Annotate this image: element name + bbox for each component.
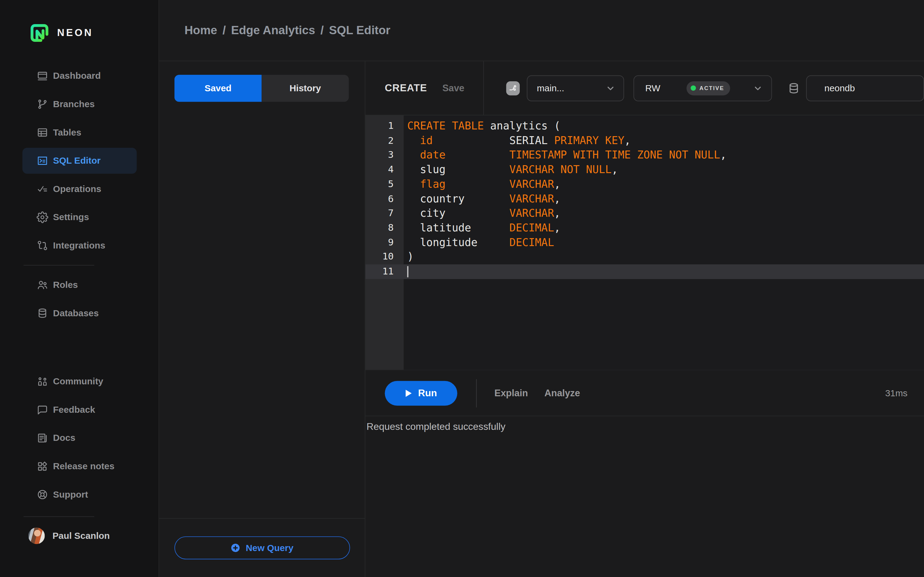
- topbar: Home/Edge Analytics/SQL Editor: [159, 0, 924, 61]
- sidebar-item-integrations[interactable]: Integrations: [22, 233, 137, 259]
- analyze-button[interactable]: Analyze: [544, 388, 580, 398]
- database-select-value: neondb: [824, 83, 855, 93]
- line-number: 8: [365, 221, 404, 235]
- chevron-down-icon: [753, 83, 763, 93]
- neon-logo-icon: [28, 22, 51, 44]
- code-line: 5 flag VARCHAR,: [365, 177, 924, 192]
- code-line: 1CREATE TABLE analytics (: [365, 119, 924, 134]
- code-line: 9 longitude DECIMAL: [365, 235, 924, 250]
- breadcrumb-separator: /: [320, 24, 324, 37]
- sql-code-editor[interactable]: 1CREATE TABLE analytics (2 id SERIAL PRI…: [365, 115, 924, 370]
- line-number: 4: [365, 163, 404, 177]
- sidebar-item-label: Integrations: [53, 240, 105, 251]
- new-query-button[interactable]: New Query: [174, 537, 350, 559]
- sidebar-item-label: Branches: [53, 99, 95, 110]
- code-line: 3 date TIMESTAMP WITH TIME ZONE NOT NULL…: [365, 148, 924, 163]
- tables-icon: [37, 127, 48, 139]
- query-tabs-row: Saved History: [159, 61, 365, 115]
- branch-select[interactable]: main...: [527, 75, 624, 101]
- sidebar-item-sql-editor[interactable]: SQL Editor: [22, 148, 137, 174]
- line-number: 6: [365, 192, 404, 206]
- saved-query-list: [159, 115, 365, 518]
- sidebar-item-label: Roles: [53, 280, 78, 290]
- branch-icon: [506, 81, 520, 95]
- toolbar-divider: [476, 379, 477, 407]
- code-line-text: ): [404, 250, 414, 265]
- code-line: 4 slug VARCHAR NOT NULL,: [365, 163, 924, 177]
- save-button[interactable]: Save: [443, 83, 464, 93]
- chevron-down-icon: [605, 83, 616, 93]
- code-rows: 1CREATE TABLE analytics (2 id SERIAL PRI…: [365, 115, 924, 279]
- sidebar: NEON DashboardBranchesTablesSQL EditorOp…: [0, 0, 159, 577]
- neon-logo[interactable]: NEON: [28, 22, 93, 44]
- line-number: 1: [365, 119, 404, 134]
- compute-select[interactable]: RW ACTIVE: [633, 75, 772, 101]
- code-line: 6 country VARCHAR,: [365, 192, 924, 206]
- sidebar-item-databases[interactable]: Databases: [22, 300, 137, 326]
- sidebar-item-branches[interactable]: Branches: [22, 91, 137, 117]
- explain-button[interactable]: Explain: [494, 388, 528, 398]
- code-line: 10): [365, 250, 924, 265]
- plus-icon: [230, 543, 241, 553]
- sidebar-item-label: Operations: [53, 184, 102, 195]
- text-cursor: [407, 266, 408, 277]
- sidebar-item-dashboard[interactable]: Dashboard: [22, 63, 137, 89]
- sidebar-item-release-notes[interactable]: Release notes: [22, 453, 137, 479]
- run-label: Run: [418, 387, 437, 399]
- compute-status-badge: ACTIVE: [687, 81, 730, 95]
- sidebar-item-operations[interactable]: Operations: [22, 176, 137, 202]
- database-select[interactable]: neondb: [806, 75, 924, 101]
- databases-icon: [37, 308, 48, 319]
- sidebar-nav-resources: CommunityFeedbackDocsRelease notesSuppor…: [22, 369, 137, 510]
- line-number: 2: [365, 134, 404, 148]
- line-number: 7: [365, 206, 404, 221]
- query-title: CREATE: [385, 82, 427, 94]
- sidebar-divider: [24, 516, 94, 517]
- sidebar-divider: [24, 265, 94, 266]
- query-panel-footer: New Query: [159, 518, 365, 577]
- breadcrumb-item-home[interactable]: Home: [184, 24, 217, 37]
- avatar: [28, 527, 45, 544]
- feedback-icon: [37, 404, 48, 416]
- code-line-text: flag VARCHAR,: [404, 177, 561, 192]
- sidebar-item-label: Community: [53, 376, 103, 387]
- code-line-text: CREATE TABLE analytics (: [404, 119, 561, 134]
- sidebar-item-community[interactable]: Community: [22, 369, 137, 395]
- breadcrumb-separator: /: [223, 24, 226, 37]
- line-number: 10: [365, 250, 404, 265]
- code-line: 8 latitude DECIMAL,: [365, 221, 924, 235]
- settings-icon: [37, 211, 48, 223]
- sidebar-item-tables[interactable]: Tables: [22, 119, 137, 145]
- breadcrumb-item-edge-analytics[interactable]: Edge Analytics: [231, 24, 315, 37]
- line-number: 9: [365, 235, 404, 250]
- query-duration: 31ms: [885, 388, 908, 398]
- sidebar-nav-project: RolesDatabases: [22, 272, 137, 329]
- breadcrumb: Home/Edge Analytics/SQL Editor: [184, 24, 391, 37]
- sidebar-item-label: Support: [53, 489, 88, 500]
- docs-icon: [37, 432, 48, 444]
- tab-history[interactable]: History: [262, 75, 349, 102]
- tab-saved[interactable]: Saved: [174, 75, 262, 102]
- line-number: 5: [365, 177, 404, 192]
- sidebar-item-feedback[interactable]: Feedback: [22, 397, 137, 423]
- editor-toolbar: Run Explain Analyze 31ms: [365, 370, 924, 416]
- sql-editor-region: CREATE Save main... RW: [365, 61, 924, 577]
- play-icon: [405, 389, 413, 397]
- code-line-text: slug VARCHAR NOT NULL,: [404, 163, 618, 177]
- sidebar-item-support[interactable]: Support: [22, 482, 137, 508]
- code-line-text: latitude DECIMAL,: [404, 221, 561, 235]
- sidebar-item-label: Databases: [53, 308, 99, 319]
- user-menu[interactable]: Paul Scanlon: [28, 527, 110, 544]
- database-icon: [787, 81, 800, 95]
- sidebar-item-roles[interactable]: Roles: [22, 272, 137, 298]
- query-panel: Saved History New Query: [159, 61, 365, 577]
- sidebar-item-label: Settings: [53, 212, 89, 222]
- breadcrumb-item-sql-editor[interactable]: SQL Editor: [329, 24, 391, 37]
- code-line-text: [404, 264, 408, 279]
- status-dot: [691, 85, 696, 91]
- sidebar-item-settings[interactable]: Settings: [22, 204, 137, 230]
- results-panel: Request completed successfully: [365, 416, 924, 577]
- run-button[interactable]: Run: [385, 381, 457, 405]
- code-line-text: date TIMESTAMP WITH TIME ZONE NOT NULL,: [404, 148, 727, 163]
- sidebar-item-docs[interactable]: Docs: [22, 425, 137, 451]
